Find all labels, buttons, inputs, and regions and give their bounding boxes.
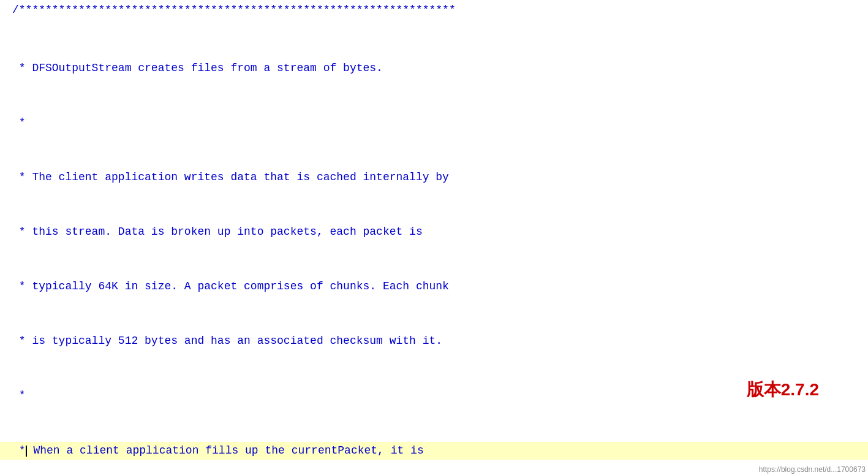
code-line-3: * The client application writes data tha… [12,169,861,187]
top-border-line: /***************************************… [0,0,868,21]
code-line-7: * [12,387,861,405]
code-line-1: * DFSOutputStream creates files from a s… [12,59,861,78]
code-line-2: * [12,114,861,132]
code-line-8-highlight: * When a client application fills up the… [0,442,868,460]
code-container: /***************************************… [0,0,868,475]
code-line-6: * is typically 512 bytes and has an asso… [12,332,861,351]
url-bar: https://blog.csdn.net/d...1700673 [757,464,868,475]
code-block: * DFSOutputStream creates files from a s… [0,21,868,475]
code-line-4: * this stream. Data is broken up into pa… [12,223,861,241]
version-label: 版本2.7.2 [747,378,819,401]
code-line-5: * typically 64K in size. A packet compri… [12,278,861,296]
